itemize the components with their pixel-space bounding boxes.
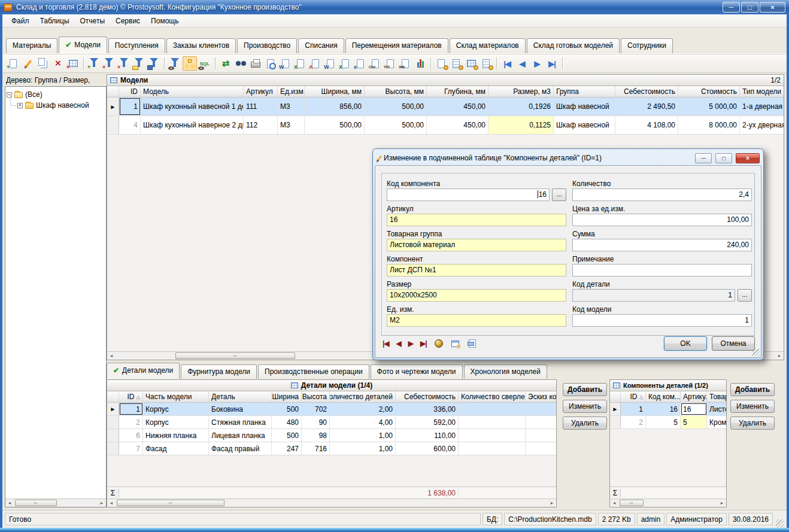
cell[interactable]: Корпус [143, 403, 209, 415]
column-header[interactable]: Высота [302, 391, 330, 402]
note-input[interactable] [572, 264, 752, 276]
cell[interactable]: 1 [119, 98, 141, 115]
column-header[interactable]: Ед.изм. [278, 86, 305, 97]
cell[interactable]: 4 [119, 116, 141, 134]
filter-clear-icon[interactable]: × [117, 56, 131, 71]
cell[interactable]: 1-а дверная [740, 98, 784, 115]
tab-model-history[interactable]: Хронология моделей [464, 364, 547, 379]
column-header[interactable]: ID [119, 86, 141, 97]
find-icon[interactable] [233, 56, 248, 71]
size-field[interactable]: 10x2000x2500 [387, 289, 566, 302]
component-code-input[interactable]: 16 [387, 189, 550, 201]
column-header[interactable]: Размер, м3 [488, 86, 554, 97]
cancel-button[interactable]: Отмена [712, 336, 755, 351]
filter-view-icon[interactable] [168, 56, 182, 71]
nav-last-icon[interactable]: ▶| [545, 56, 559, 71]
cell[interactable]: 16 [646, 403, 681, 415]
column-header[interactable]: Глубина, мм [427, 86, 488, 97]
cell[interactable]: Боковина [209, 403, 272, 415]
add-record-icon[interactable]: + [6, 56, 20, 71]
cell[interactable]: Шкаф кухонный наверное 2 двери [141, 116, 244, 134]
cell[interactable]: М3 [278, 116, 305, 134]
tab-employees[interactable]: Сотрудники [621, 38, 673, 53]
cell[interactable]: 0,1926 [488, 98, 554, 115]
filter-open-icon[interactable] [132, 56, 146, 71]
unit-price-input[interactable]: 100,00 [572, 214, 752, 226]
browse-button[interactable]: ... [738, 289, 752, 302]
cell[interactable]: 5 [681, 416, 707, 428]
scrollbar-thumb[interactable] [117, 500, 224, 506]
quantity-input[interactable]: 2,4 [572, 189, 752, 201]
delete-record-icon[interactable]: × [51, 56, 65, 71]
tab-material-stock[interactable]: Склад материалов [450, 38, 526, 53]
scrollbar-thumb[interactable] [15, 500, 57, 506]
tab-client-orders[interactable]: Заказы клиентов [166, 38, 236, 53]
edit-button[interactable]: Изменить [730, 400, 775, 413]
menu-help[interactable]: Помощь [145, 16, 184, 26]
cell[interactable]: 5 [646, 416, 681, 428]
measure-icon[interactable] [466, 338, 478, 349]
cell[interactable] [459, 403, 526, 415]
cell[interactable]: М3 [278, 98, 305, 115]
cell[interactable]: 1,00 [330, 442, 396, 455]
filter-add-icon[interactable]: + [87, 56, 101, 71]
column-header[interactable]: Деталь [209, 391, 272, 402]
tab-receipts[interactable]: Поступления [108, 38, 165, 53]
resize-grip[interactable] [776, 519, 784, 528]
column-header[interactable]: ID △ [621, 391, 646, 402]
dialog-close-button[interactable]: × [736, 153, 760, 163]
table-row[interactable]: ► 1 Шкаф кухонный навесной 1 дерь 111 М3… [107, 98, 784, 116]
cell[interactable]: 2-ух дверная [740, 116, 784, 134]
nav-prev-icon[interactable]: ◀ [515, 56, 529, 71]
minimize-button[interactable]: ─ [723, 2, 740, 13]
chart-icon[interactable] [413, 56, 427, 71]
cell[interactable]: 480 [272, 416, 302, 428]
tab-material-transfers[interactable]: Перемещения материалов [345, 38, 448, 53]
cell[interactable]: 111 [244, 98, 278, 115]
cell[interactable]: Шкаф навесной [554, 98, 615, 115]
menu-reports[interactable]: Отчеты [75, 16, 110, 26]
cell[interactable]: 336,00 [396, 403, 459, 415]
column-header[interactable]: Артикул [681, 391, 707, 402]
nav-next-icon[interactable]: ▶ [530, 56, 544, 71]
tab-model-fittings[interactable]: Фурнитура модели [181, 364, 257, 379]
record-settings-icon[interactable] [449, 56, 463, 71]
cell[interactable]: Нижняя планка [143, 429, 209, 442]
table-row[interactable]: 2 5 5 Кромо [610, 416, 726, 429]
nav-first-icon[interactable]: |◀ [500, 56, 514, 71]
column-header[interactable]: Ширина [272, 391, 302, 402]
cell[interactable]: 1 [621, 403, 646, 415]
column-header[interactable]: Код ком... [646, 391, 681, 402]
components-horizontal-scrollbar[interactable]: ◄ ► [610, 498, 726, 507]
cell[interactable]: 500,00 [365, 116, 427, 134]
cell[interactable]: 856,00 [305, 98, 365, 115]
table-row[interactable]: 4 Шкаф кухонный наверное 2 двери 112 М3 … [107, 116, 784, 135]
cell[interactable]: Стяжная планка [209, 416, 272, 428]
cell[interactable]: 2 [621, 416, 646, 428]
sql-view-icon[interactable]: SQL [198, 56, 212, 71]
cell[interactable]: 0,1125 [488, 116, 554, 134]
details-horizontal-scrollbar[interactable]: ◄ ► [107, 498, 556, 507]
preview-icon[interactable] [263, 56, 278, 71]
component-field[interactable]: Лист ДСП №1 [387, 264, 566, 276]
expand-icon[interactable]: + [17, 103, 23, 108]
tab-production[interactable]: Производство [237, 38, 297, 53]
column-header[interactable]: Модель [141, 86, 244, 97]
export-excel-file-icon[interactable]: X [338, 56, 353, 71]
export-xml-icon[interactable]: XML [398, 56, 412, 71]
product-group-field[interactable]: Листовой материал [387, 239, 566, 251]
menu-file[interactable]: Файл [6, 16, 35, 26]
new-record-settings-icon[interactable] [434, 56, 448, 71]
scroll-left-icon[interactable]: ◄ [107, 499, 116, 507]
add-button[interactable]: Добавить [563, 383, 607, 396]
cell[interactable]: 500 [272, 403, 302, 415]
column-header[interactable]: Количество сверлений [459, 391, 526, 402]
tab-production-operations[interactable]: Производственные операции [258, 364, 369, 379]
cell[interactable] [459, 429, 526, 442]
scrollbar-thumb[interactable] [175, 352, 295, 359]
menu-service[interactable]: Сервис [110, 16, 145, 26]
form-settings-icon[interactable] [479, 56, 493, 71]
cell[interactable] [526, 442, 557, 455]
scroll-left-icon[interactable]: ◄ [5, 499, 14, 507]
cell[interactable]: 2,00 [330, 403, 396, 415]
